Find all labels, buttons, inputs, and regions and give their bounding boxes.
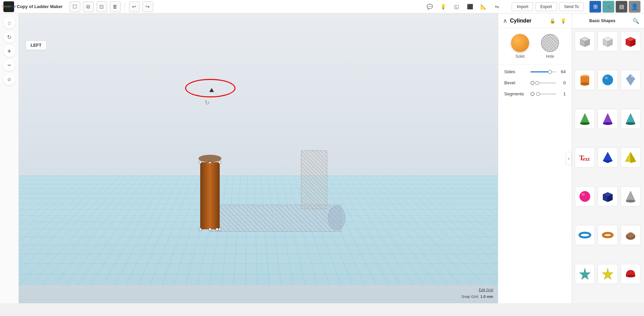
shape-torus-orange[interactable]: [598, 225, 618, 245]
group-button[interactable]: ⬛: [465, 1, 475, 12]
edit-grid-button[interactable]: Edit Grid: [479, 288, 493, 292]
shape-pyramid-yellow[interactable]: [620, 147, 641, 168]
sides-thumb[interactable]: [548, 70, 552, 74]
svg-point-11: [581, 82, 589, 86]
segments-value: 1: [559, 91, 566, 96]
svg-point-28: [579, 191, 590, 202]
horizontal-cylinder-end: [328, 206, 345, 230]
rotate-handle[interactable]: ↻: [205, 99, 210, 106]
tip-button[interactable]: 💡: [438, 1, 448, 12]
sides-slider-row: Sides 64: [504, 69, 566, 74]
send-to-button[interactable]: Send To: [559, 2, 584, 11]
shapes-panel-title: Basic Shapes: [575, 18, 629, 23]
bulb-button[interactable]: 💡: [559, 17, 567, 25]
brown-cylinder-object[interactable]: [200, 162, 220, 229]
segments-slider-row: Segments 1: [504, 91, 566, 96]
shape-panel-header: ∧ Cylinder 🔒 💡: [498, 13, 572, 29]
svg-marker-20: [626, 114, 635, 124]
bevel-slider-row: Bevel 0: [504, 80, 566, 85]
handle-bm[interactable]: [209, 228, 211, 231]
svg-marker-39: [579, 268, 590, 279]
handle-bl[interactable]: [199, 228, 202, 231]
lock-button[interactable]: 🔒: [548, 17, 556, 25]
shape-prism-blue[interactable]: [598, 147, 618, 168]
svg-point-17: [580, 122, 590, 125]
mode-build-button[interactable]: 🔨: [602, 1, 614, 13]
shape-dome-red[interactable]: [620, 264, 641, 284]
home-view-button[interactable]: ⌂: [3, 17, 15, 29]
comment-button[interactable]: 💬: [424, 1, 435, 12]
handle-br[interactable]: [218, 228, 221, 231]
shape-box-gray[interactable]: [575, 31, 595, 51]
panel-collapse-chevron[interactable]: ›: [566, 152, 572, 165]
shape-box-silver[interactable]: [598, 31, 618, 51]
import-button[interactable]: Import: [512, 2, 533, 11]
redo-button[interactable]: ↪: [142, 1, 153, 12]
shape-crystal[interactable]: [620, 70, 641, 90]
svg-marker-16: [580, 114, 590, 124]
shape-sphere-pink[interactable]: [575, 186, 595, 207]
shape-sphere-blue[interactable]: [598, 70, 618, 90]
rotate-view-button[interactable]: ↻: [3, 31, 15, 43]
collapse-button[interactable]: ∧: [503, 17, 507, 25]
shape-panel-title: Cylinder: [510, 18, 546, 24]
delete-button[interactable]: 🗑: [110, 1, 121, 12]
viewport[interactable]: LEFT ↻ Edit Grid Snap Grid 1: [19, 13, 498, 303]
shape-cone-green[interactable]: [575, 109, 595, 129]
shapes-search-button[interactable]: 🔍: [631, 16, 641, 26]
hole-button[interactable]: Hole: [541, 34, 559, 59]
shape-torus-blue[interactable]: [575, 225, 595, 245]
shape-star-teal[interactable]: [575, 264, 595, 284]
shape-box-navy[interactable]: [598, 186, 618, 207]
zoom-in-button[interactable]: +: [3, 45, 15, 57]
mode-tray-button[interactable]: ▤: [615, 1, 628, 13]
svg-point-29: [582, 193, 585, 196]
shape-cone-gray[interactable]: [620, 186, 641, 207]
export-button[interactable]: Export: [535, 2, 557, 11]
undo-button[interactable]: ↩: [129, 1, 140, 12]
svg-marker-33: [626, 191, 635, 201]
snap-grid-label: Snap Grid 1.0 mm: [461, 295, 493, 299]
sides-track[interactable]: [530, 71, 556, 73]
mirror-button[interactable]: ⇋: [491, 1, 502, 12]
svg-marker-25: [603, 161, 612, 163]
align-button[interactable]: ◱: [451, 1, 462, 12]
view-label: LEFT: [26, 40, 47, 50]
handle-tr[interactable]: [218, 161, 221, 164]
new-button[interactable]: ☐: [70, 1, 80, 12]
bevel-track[interactable]: [537, 82, 556, 84]
gray-cylinder-object[interactable]: [301, 150, 327, 209]
svg-marker-18: [603, 114, 612, 124]
bevel-thumb[interactable]: [535, 81, 539, 85]
shape-cone-teal[interactable]: [620, 109, 641, 129]
segments-track[interactable]: [537, 93, 556, 95]
move-up-arrow[interactable]: [209, 88, 214, 92]
ruler-button[interactable]: 📐: [478, 1, 489, 12]
svg-point-41: [626, 275, 635, 277]
segments-indicator[interactable]: [530, 92, 534, 96]
handle-br2[interactable]: [216, 228, 218, 231]
svg-point-38: [627, 232, 634, 238]
app-title: Copy of Ladder Maker: [17, 4, 63, 9]
fit-button[interactable]: ⊙: [3, 73, 15, 85]
mode-user-button[interactable]: 👤: [629, 1, 641, 13]
svg-point-12: [602, 75, 613, 85]
handle-tl[interactable]: [199, 161, 202, 164]
solid-button[interactable]: Solid: [511, 34, 529, 59]
solid-circle: [511, 34, 529, 52]
shape-cone-purple[interactable]: [598, 109, 618, 129]
zoom-out-button[interactable]: −: [3, 59, 15, 71]
shape-cylinder-orange[interactable]: [575, 70, 595, 90]
segments-thumb[interactable]: [536, 92, 540, 96]
duplicate-button[interactable]: ⧉: [83, 1, 94, 12]
brown-cylinder-top: [199, 155, 221, 162]
shape-star-yellow[interactable]: [598, 264, 618, 284]
shape-text[interactable]: Text: [575, 147, 595, 168]
shape-box-red[interactable]: [620, 31, 641, 51]
bevel-indicator[interactable]: [530, 81, 534, 85]
shape-blob-brown[interactable]: [620, 225, 641, 245]
copy-button[interactable]: ⊡: [96, 1, 107, 12]
mode-3d-button[interactable]: ⊞: [589, 1, 601, 13]
svg-point-34: [626, 200, 635, 202]
sides-label: Sides: [504, 69, 528, 74]
